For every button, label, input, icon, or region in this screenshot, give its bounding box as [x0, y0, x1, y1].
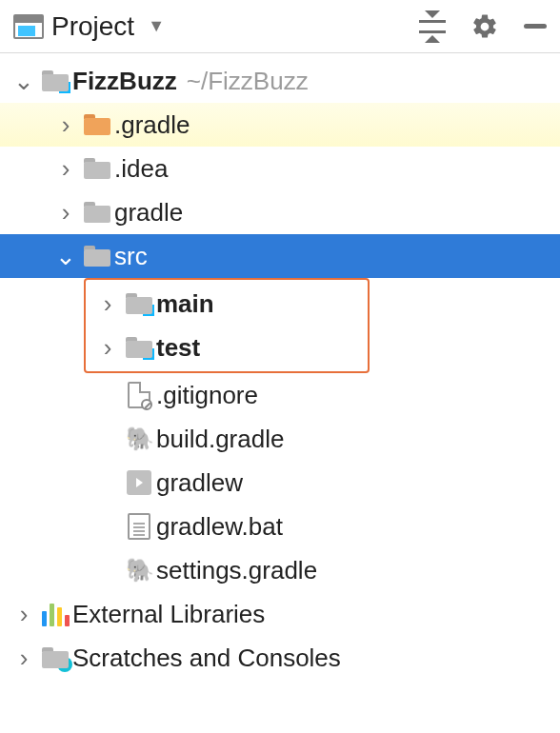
node-label: .gradle — [114, 110, 190, 140]
node-label: settings.gradle — [156, 556, 317, 585]
node-label: test — [156, 333, 200, 363]
node-label: External Libraries — [72, 600, 265, 629]
node-label: gradle — [114, 198, 183, 228]
expand-right-icon[interactable]: › — [10, 600, 38, 629]
view-title: Project — [51, 11, 134, 42]
expand-right-icon[interactable]: › — [93, 289, 122, 319]
folder-icon — [84, 246, 110, 267]
chevron-down-icon: ▼ — [148, 16, 165, 36]
gear-icon[interactable] — [470, 12, 499, 41]
tree-node-external-libraries[interactable]: › External Libraries — [0, 592, 560, 636]
expand-right-icon[interactable]: › — [93, 333, 122, 363]
libraries-icon — [42, 602, 70, 626]
node-label: .idea — [114, 154, 168, 184]
folder-icon — [84, 202, 110, 223]
folder-icon — [84, 158, 110, 179]
annotation-box: › main › test — [84, 278, 370, 373]
module-icon — [126, 337, 152, 358]
gradle-icon: 🐘 — [126, 557, 152, 584]
node-label: main — [156, 289, 214, 319]
node-label: FizzBuzz — [72, 67, 177, 96]
tree-node-main[interactable]: › main — [86, 282, 368, 326]
tree-node-gitignore[interactable]: .gitignore — [0, 373, 560, 417]
node-label: Scratches and Consoles — [72, 644, 341, 673]
tree-node-idea[interactable]: › .idea — [0, 147, 560, 190]
tool-window-header: Project ▼ — [0, 0, 560, 53]
module-icon — [126, 293, 152, 314]
folder-excluded-icon — [84, 114, 110, 135]
expand-right-icon[interactable]: › — [51, 110, 80, 140]
node-label: src — [114, 242, 148, 271]
view-selector[interactable]: Project ▼ — [13, 11, 411, 42]
tree-node-gradle-cache[interactable]: › .gradle — [0, 103, 560, 147]
collapse-all-icon[interactable] — [419, 13, 446, 40]
node-label: .gitignore — [156, 381, 258, 410]
expand-down-icon[interactable]: ⌄ — [10, 67, 38, 96]
gradle-icon: 🐘 — [126, 426, 152, 452]
scratches-icon — [42, 647, 69, 668]
expand-right-icon[interactable]: › — [51, 154, 80, 184]
node-path: ~/FizzBuzz — [187, 67, 309, 96]
file-ignore-icon — [128, 382, 150, 408]
tree-node-build-gradle[interactable]: 🐘 build.gradle — [0, 417, 560, 461]
tree-node-root[interactable]: ⌄ FizzBuzz ~/FizzBuzz — [0, 59, 560, 103]
shell-icon — [127, 470, 151, 495]
hide-icon[interactable] — [524, 24, 547, 29]
tree-node-settings-gradle[interactable]: 🐘 settings.gradle — [0, 548, 560, 592]
tree-node-scratches[interactable]: › Scratches and Consoles — [0, 636, 560, 680]
tree-node-gradlew-bat[interactable]: gradlew.bat — [0, 505, 560, 548]
project-tool-icon — [13, 14, 44, 39]
tree-node-test[interactable]: › test — [86, 326, 368, 369]
tree-node-gradlew[interactable]: gradlew — [0, 461, 560, 505]
text-file-icon — [128, 513, 150, 540]
node-label: build.gradle — [156, 425, 284, 454]
expand-right-icon[interactable]: › — [51, 198, 80, 228]
tree-node-gradle[interactable]: › gradle — [0, 190, 560, 234]
module-icon — [42, 70, 69, 91]
node-label: gradlew — [156, 468, 243, 498]
expand-right-icon[interactable]: › — [10, 644, 38, 673]
expand-down-icon[interactable]: ⌄ — [51, 242, 80, 271]
project-tree: ⌄ FizzBuzz ~/FizzBuzz › .gradle › .idea … — [0, 53, 560, 680]
node-label: gradlew.bat — [156, 512, 283, 542]
tree-node-src[interactable]: ⌄ src — [0, 234, 560, 278]
